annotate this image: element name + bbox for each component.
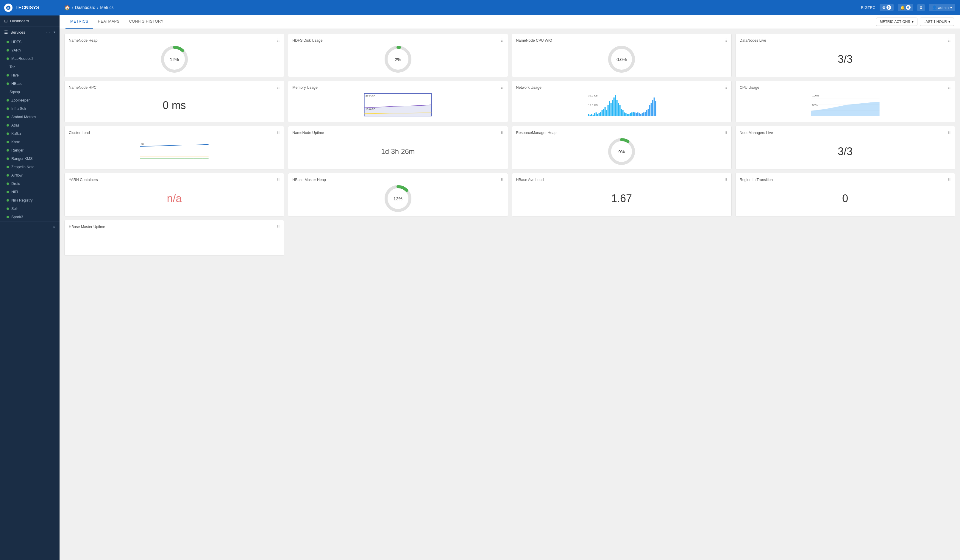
yarn-label: YARN <box>11 48 21 53</box>
svg-rect-14 <box>592 115 594 116</box>
donut-text-resourcemanager-heap: 9% <box>618 149 625 154</box>
cluster-name: BIGTEC <box>861 5 875 10</box>
sidebar-item-sqoop[interactable]: Sqoop <box>0 88 59 96</box>
sidebar-item-hdfs[interactable]: HDFS <box>0 38 59 46</box>
tab-heatmaps[interactable]: HEATMAPS <box>93 15 125 29</box>
metric-menu-hbase-ave-load[interactable]: ⠿ <box>724 178 727 182</box>
sidebar-item-knox[interactable]: Knox <box>0 138 59 146</box>
sidebar-item-solr[interactable]: Solr <box>0 205 59 213</box>
svg-rect-18 <box>598 113 600 116</box>
sidebar-item-nifi-registry[interactable]: NiFi Registry <box>0 196 59 205</box>
app-logo: ⊕ <box>4 3 13 12</box>
content-area: METRICS HEATMAPS CONFIG HISTORY METRIC A… <box>59 15 960 560</box>
metric-menu-namenode-rpc[interactable]: ⠿ <box>277 85 280 90</box>
svg-rect-22 <box>604 107 605 116</box>
metric-card-resourcemanager-heap: ResourceManager Heap⠿9% <box>512 126 732 170</box>
metric-menu-yarn-containers[interactable]: ⠿ <box>277 178 280 182</box>
metric-card-datanodes-live: DataNodes Live⠿3/3 <box>735 34 955 77</box>
svg-rect-55 <box>653 98 654 117</box>
sidebar-item-nifi[interactable]: NiFi <box>0 188 59 196</box>
admin-button[interactable]: 👤 admin ▾ <box>929 4 955 11</box>
metric-menu-hdfs-disk-usage[interactable]: ⠿ <box>501 38 504 43</box>
metric-menu-namenode-cpu-wio[interactable]: ⠿ <box>724 38 727 43</box>
zookeeper-label: ZooKeeper <box>11 98 30 102</box>
metric-title-yarn-containers: YARN Containers <box>69 178 98 182</box>
breadcrumb-metrics: Metrics <box>100 5 114 10</box>
topbar: 🏠 / Dashboard / Metrics BIGTEC ⚙ 0 🔔 0 ⠿… <box>59 0 960 15</box>
services-chevron: ▾ <box>54 30 55 34</box>
metric-menu-cpu-usage[interactable]: ⠿ <box>948 85 951 90</box>
sidebar-item-kafka[interactable]: Kafka <box>0 130 59 138</box>
hbase-status-dot <box>6 82 9 85</box>
hive-label: Hive <box>11 73 19 77</box>
svg-rect-21 <box>603 109 604 116</box>
settings-button[interactable]: ⚙ 0 <box>880 4 894 11</box>
metric-header-namenode-heap: NameNode Heap⠿ <box>69 38 280 43</box>
hdfs-status-dot <box>6 41 9 43</box>
metric-menu-hbase-master-heap[interactable]: ⠿ <box>501 178 504 182</box>
metric-menu-namenode-uptime[interactable]: ⠿ <box>501 130 504 135</box>
metric-menu-memory-usage[interactable]: ⠿ <box>501 85 504 90</box>
services-dots[interactable]: ··· <box>46 29 50 35</box>
breadcrumb-sep2: / <box>97 5 98 10</box>
alerts-button[interactable]: 🔔 0 <box>898 4 913 11</box>
sidebar-item-yarn[interactable]: YARN <box>0 46 59 54</box>
metric-title-network-usage: Network Usage <box>516 85 541 90</box>
sidebar-item-hbase[interactable]: HBase <box>0 80 59 88</box>
mapreduce2-status-dot <box>6 58 9 60</box>
svg-rect-36 <box>625 113 626 116</box>
metric-menu-cluster-load[interactable]: ⠿ <box>277 130 280 135</box>
hive-status-dot <box>6 74 9 77</box>
services-nav[interactable]: ☰ Services ··· ▾ <box>0 27 59 38</box>
sidebar-item-hive[interactable]: Hive <box>0 71 59 80</box>
metric-menu-hbase-master-uptime[interactable]: ⠿ <box>277 224 280 229</box>
metric-body-network-usage: 39.0 KB19.5 KB <box>516 93 727 118</box>
sidebar-item-atlas[interactable]: Atlas <box>0 121 59 130</box>
donut-text-namenode-heap: 12% <box>170 57 179 62</box>
grid-button[interactable]: ⠿ <box>917 4 925 11</box>
sidebar-item-ranger-kms[interactable]: Ranger KMS <box>0 155 59 163</box>
zookeeper-status-dot <box>6 99 9 101</box>
svg-rect-17 <box>597 114 598 117</box>
admin-chevron: ▾ <box>950 5 952 10</box>
donut-text-hbase-master-heap: 13% <box>394 196 402 201</box>
sidebar-item-druid[interactable]: Druid <box>0 179 59 188</box>
sidebar-item-airflow[interactable]: Airflow <box>0 171 59 179</box>
svg-rect-26 <box>610 103 611 116</box>
metric-actions-button[interactable]: METRIC ACTIONS ▾ <box>876 18 917 26</box>
breadcrumb: 🏠 / Dashboard / Metrics <box>64 5 858 10</box>
sidebar-item-infra-solr[interactable]: Infra Solr <box>0 104 59 113</box>
metric-menu-resourcemanager-heap[interactable]: ⠿ <box>724 130 727 135</box>
metric-menu-datanodes-live[interactable]: ⠿ <box>948 38 951 43</box>
metric-menu-namenode-heap[interactable]: ⠿ <box>277 38 280 43</box>
sidebar-item-ranger[interactable]: Ranger <box>0 146 59 155</box>
svg-text:⊕: ⊕ <box>7 6 10 10</box>
zeppelin-status-dot <box>6 166 9 168</box>
nifi-label: NiFi <box>11 190 18 194</box>
sidebar-item-ambari-metrics[interactable]: Ambari Metrics <box>0 113 59 121</box>
sidebar-collapse-button[interactable]: « <box>0 221 59 233</box>
metric-menu-region-in-transition[interactable]: ⠿ <box>948 178 951 182</box>
metric-body-yarn-containers: n/a <box>69 185 280 212</box>
svg-rect-48 <box>643 112 644 117</box>
sidebar-item-tez[interactable]: Tez <box>0 63 59 71</box>
metric-menu-network-usage[interactable]: ⠿ <box>724 85 727 90</box>
metric-menu-nodemanagers-live[interactable]: ⠿ <box>948 130 951 135</box>
sidebar-item-spark3[interactable]: Spark3 <box>0 213 59 221</box>
sidebar-item-zeppelin[interactable]: Zeppelin Note... <box>0 163 59 171</box>
time-range-button[interactable]: LAST 1 HOUR ▾ <box>920 18 954 26</box>
breadcrumb-dashboard[interactable]: Dashboard <box>75 5 96 10</box>
svg-text:37.2 GB: 37.2 GB <box>366 95 375 98</box>
sidebar-item-mapreduce2[interactable]: MapReduce2 <box>0 54 59 63</box>
metric-card-yarn-containers: YARN Containers⠿n/a <box>64 173 284 216</box>
svg-rect-15 <box>594 113 595 116</box>
svg-rect-13 <box>591 114 592 117</box>
dashboard-nav[interactable]: ⊞ Dashboard <box>0 16 59 26</box>
tab-config-history[interactable]: CONFIG HISTORY <box>125 15 168 29</box>
kafka-label: Kafka <box>11 131 21 136</box>
tab-metrics[interactable]: METRICS <box>66 15 93 29</box>
metric-body-region-in-transition: 0 <box>740 185 951 212</box>
metric-title-resourcemanager-heap: ResourceManager Heap <box>516 131 557 135</box>
sidebar-item-zookeeper[interactable]: ZooKeeper <box>0 96 59 104</box>
home-icon[interactable]: 🏠 <box>64 5 70 10</box>
